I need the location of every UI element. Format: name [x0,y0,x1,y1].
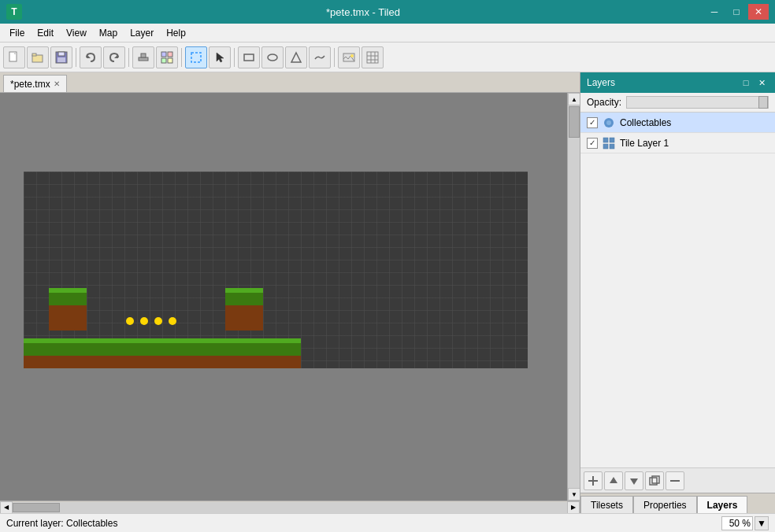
h-scroll-track [13,502,567,513]
random-tool[interactable] [156,46,178,68]
svg-rect-11 [168,52,172,57]
panel-restore-button[interactable]: □ [739,76,753,90]
svg-marker-17 [291,53,301,62]
line-tool[interactable] [309,46,331,68]
h-scroll-thumb[interactable] [13,503,60,512]
maximize-button[interactable]: □ [726,4,747,20]
svg-rect-9 [141,54,146,57]
svg-rect-32 [592,476,594,486]
file-tabs: *pete.tmx ✕ [0,72,580,93]
tab-layers[interactable]: Layers [697,496,748,513]
panel-close-button[interactable]: ✕ [755,76,769,90]
zoom-input[interactable] [721,516,753,530]
svg-point-26 [606,120,611,125]
svg-rect-13 [168,58,172,63]
tab-properties[interactable]: Properties [633,496,697,513]
layer-checkbox-collectables[interactable]: ✓ [587,117,598,128]
triangle-tool[interactable] [285,46,307,68]
layer-icon-tile1 [603,137,615,150]
tab-tilesets[interactable]: Tilesets [580,496,633,513]
move-layer-up-button[interactable] [604,471,623,490]
layers-list: ✓ Collectables ✓ [580,113,775,467]
menu-help[interactable]: Help [160,26,192,40]
redo-button[interactable] [103,46,125,68]
panel-controls: □ ✕ [739,76,769,90]
menu-file[interactable]: File [3,26,31,40]
undo-button[interactable] [80,46,102,68]
menu-layer[interactable]: Layer [124,26,160,40]
opacity-label: Opacity: [587,97,621,108]
stamp-tool[interactable] [132,46,154,68]
layers-panel: Layers □ ✕ Opacity: ✓ [580,72,775,513]
window-title: *pete.tmx - Tiled [22,6,704,18]
toolbar [0,42,775,72]
layer-name-collectables: Collectables [620,117,671,128]
map-canvas-area [0,93,567,501]
zoom-control: ▼ [721,516,769,530]
svg-rect-15 [244,54,254,61]
image-tool[interactable] [338,46,360,68]
svg-point-16 [268,54,277,61]
svg-rect-10 [161,52,166,57]
title-bar: T *pete.tmx - Tiled ─ □ ✕ [0,0,775,24]
svg-rect-37 [670,480,680,482]
select-tool[interactable] [185,46,207,68]
layers-toolbar [580,467,775,493]
new-button[interactable] [3,46,25,68]
vertical-scrollbar[interactable]: ▲ ▼ [567,93,580,501]
svg-marker-33 [610,477,617,483]
menu-view[interactable]: View [60,26,93,40]
grid-tool[interactable] [362,46,384,68]
minimize-button[interactable]: ─ [704,4,725,20]
current-layer-status: Current layer: Collectables [6,518,117,529]
menu-map[interactable]: Map [93,26,124,40]
status-bar: Current layer: Collectables ▼ [0,513,775,532]
ellipse-select-tool[interactable] [261,46,284,68]
horizontal-scrollbar[interactable]: ◀ ▶ [0,501,580,513]
move-layer-down-button[interactable] [625,471,643,490]
zoom-dropdown-button[interactable]: ▼ [755,516,769,530]
delete-layer-button[interactable] [666,471,684,490]
file-tab-name: *pete.tmx [10,79,50,90]
pointer-tool[interactable] [209,46,231,68]
layers-panel-header: Layers □ ✕ [580,72,775,93]
svg-rect-12 [161,58,166,63]
open-button[interactable] [27,46,49,68]
scroll-down-arrow[interactable]: ▼ [568,488,580,501]
add-layer-button[interactable] [584,471,603,490]
scroll-track [568,105,580,488]
svg-rect-29 [603,144,608,149]
duplicate-layer-button[interactable] [645,471,664,490]
file-tab-close[interactable]: ✕ [54,79,60,88]
svg-rect-5 [57,57,65,62]
svg-rect-20 [367,52,378,63]
svg-rect-14 [191,53,201,62]
menu-bar: File Edit View Map Layer Help [0,24,775,42]
scroll-up-arrow[interactable]: ▲ [568,93,580,105]
layer-item-tile1[interactable]: ✓ Tile Layer 1 [580,133,775,153]
layer-icon-collectables [603,116,615,129]
svg-rect-2 [32,54,36,56]
layer-name-tile1: Tile Layer 1 [620,138,669,149]
svg-marker-6 [87,54,91,58]
close-button[interactable]: ✕ [748,4,769,20]
layer-checkbox-tile1[interactable]: ✓ [587,138,598,149]
svg-marker-7 [114,54,118,58]
scroll-thumb[interactable] [569,106,580,138]
save-button[interactable] [50,46,72,68]
svg-rect-30 [610,144,614,149]
scroll-left-arrow[interactable]: ◀ [0,501,13,514]
svg-rect-27 [603,138,608,142]
svg-rect-8 [139,57,148,61]
file-tab-pete[interactable]: *pete.tmx ✕ [3,75,67,92]
menu-edit[interactable]: Edit [31,26,60,40]
svg-rect-4 [58,52,65,56]
svg-point-19 [350,54,354,57]
rect-select-tool[interactable] [238,46,260,68]
svg-rect-28 [610,138,614,142]
app-icon: T [6,4,22,20]
opacity-slider[interactable] [626,96,769,109]
scroll-right-arrow[interactable]: ▶ [567,501,580,514]
layer-item-collectables[interactable]: ✓ Collectables [580,113,775,133]
opacity-handle[interactable] [758,96,768,109]
